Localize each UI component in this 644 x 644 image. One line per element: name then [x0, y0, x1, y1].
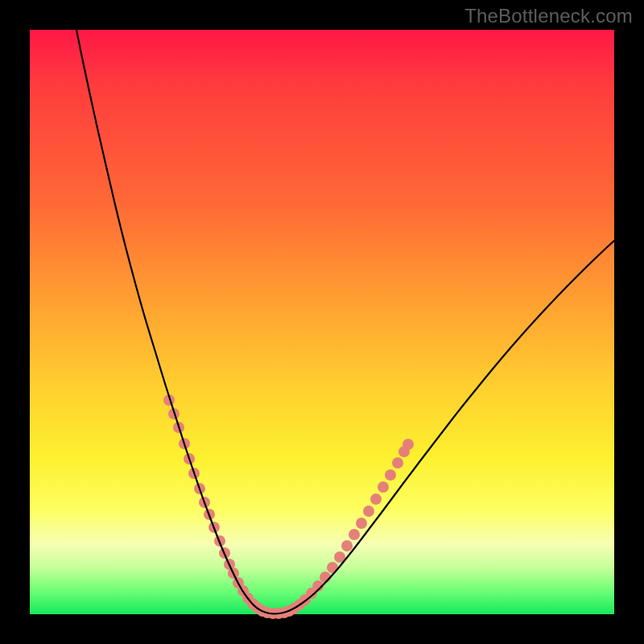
highlight-dot — [392, 457, 403, 469]
chart-frame: TheBottleneck.com — [0, 0, 644, 644]
highlight-dot — [341, 540, 353, 551]
highlight-dots-layer — [163, 394, 414, 619]
chart-svg — [30, 30, 614, 614]
plot-area — [30, 30, 614, 614]
watermark-text: TheBottleneck.com — [464, 5, 633, 27]
bottleneck-curve — [76, 30, 614, 614]
highlight-dot — [363, 506, 374, 517]
highlight-dot — [320, 572, 331, 583]
highlight-dot — [370, 493, 382, 505]
highlight-dot — [356, 518, 367, 529]
highlight-dot — [378, 481, 389, 493]
highlight-dot — [349, 529, 360, 540]
highlight-dot — [402, 439, 414, 450]
highlight-dot — [385, 469, 396, 481]
